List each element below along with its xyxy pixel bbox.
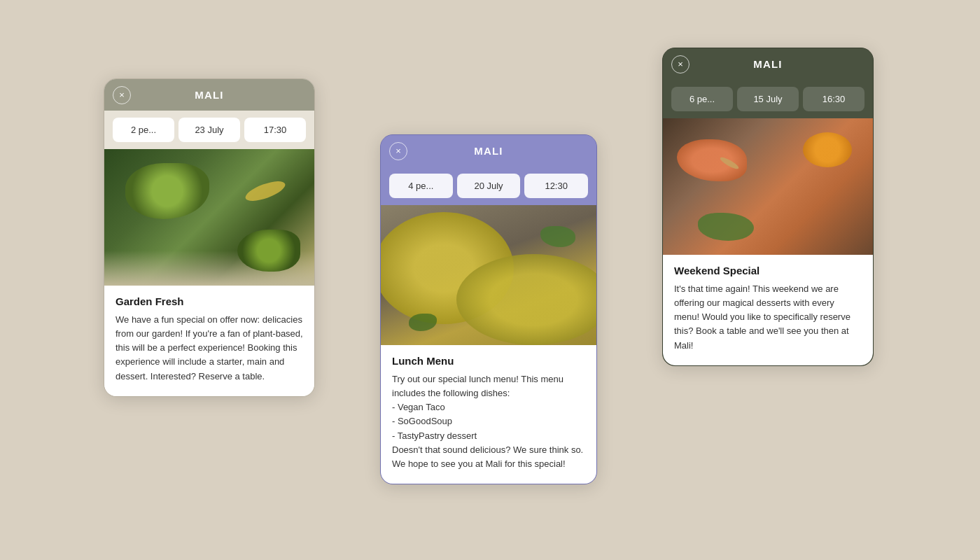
card-2-people-chip[interactable]: 4 pe...: [389, 174, 453, 198]
nut-decoration: [719, 155, 740, 171]
card-2-close-button[interactable]: ×: [389, 142, 407, 160]
card-2-offer-text: Try out our special lunch menu! This men…: [392, 372, 585, 471]
card-1-date-chip[interactable]: 23 July: [178, 118, 240, 142]
card-2-booking-bar: 4 pe... 20 July 12:30: [381, 167, 596, 205]
card-3-people-chip[interactable]: 6 pe...: [671, 87, 733, 111]
card-2-title: MALI: [474, 145, 503, 157]
card-2-offer-title: Lunch Menu: [392, 355, 585, 367]
card-2-body: Lunch Menu Try out our special lunch men…: [381, 345, 596, 484]
card-1-booking-bar: 2 pe... 23 July 17:30: [104, 111, 314, 149]
card-3-close-button[interactable]: ×: [671, 55, 690, 74]
card-3-body: Weekend Special It's that time again! Th…: [663, 255, 873, 365]
card-weekend-special: × MALI 6 pe... 15 July 16:30 Weekend Spe…: [662, 48, 874, 366]
card-3-date-chip[interactable]: 15 July: [737, 87, 799, 111]
herb-decoration-1: [540, 226, 575, 247]
card-1-offer-title: Garden Fresh: [115, 295, 303, 307]
card-1-header: × MALI: [104, 79, 314, 111]
card-3-header: × MALI: [663, 48, 873, 80]
card-3-title: MALI: [753, 58, 782, 70]
card-lunch-menu: × MALI 4 pe... 20 July 12:30 Lunch Menu …: [380, 134, 597, 484]
card-garden-fresh: × MALI 2 pe... 23 July 17:30 Garden Fres…: [104, 78, 315, 397]
card-1-people-chip[interactable]: 2 pe...: [113, 118, 174, 142]
card-3-time-chip[interactable]: 16:30: [803, 87, 864, 111]
card-1-offer-text: We have a fun special on offer now: deli…: [115, 313, 303, 384]
card-1-close-button[interactable]: ×: [113, 86, 131, 104]
card-1-food-image: [104, 149, 314, 286]
card-1-title: MALI: [195, 89, 223, 101]
card-1-body: Garden Fresh We have a fun special on of…: [104, 286, 314, 396]
card-2-header: × MALI: [381, 135, 596, 167]
card-3-offer-text: It's that time again! This weekend we ar…: [674, 282, 862, 353]
close-icon: ×: [119, 90, 125, 99]
herb-decoration-2: [409, 314, 437, 331]
plate-decoration: [104, 251, 314, 286]
close-icon: ×: [678, 59, 683, 69]
card-2-date-chip[interactable]: 20 July: [457, 174, 521, 198]
card-3-booking-bar: 6 pe... 15 July 16:30: [663, 80, 873, 118]
card-1-time-chip[interactable]: 17:30: [244, 118, 306, 142]
close-icon: ×: [396, 146, 401, 155]
card-2-time-chip[interactable]: 12:30: [524, 174, 588, 198]
card-2-food-image: [381, 205, 596, 345]
card-3-food-image: [663, 118, 873, 255]
lemon-decoration: [243, 177, 287, 204]
greens-decoration: [698, 213, 754, 241]
card-3-offer-title: Weekend Special: [674, 265, 862, 276]
